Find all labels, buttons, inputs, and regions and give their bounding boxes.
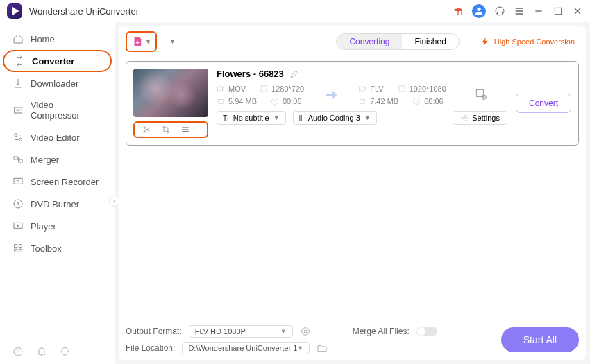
svg-point-4 xyxy=(15,134,17,137)
dst-duration: 00:06 xyxy=(424,97,444,105)
crop-icon[interactable] xyxy=(161,125,171,135)
merge-toggle[interactable] xyxy=(416,327,437,336)
svg-rect-24 xyxy=(360,87,364,91)
sidebar-item-label: Video Compressor xyxy=(31,100,102,121)
svg-rect-6 xyxy=(14,157,17,159)
sidebar-item-label: DVD Burner xyxy=(31,199,79,209)
svg-rect-25 xyxy=(399,86,405,92)
svg-rect-15 xyxy=(15,249,17,252)
tab-finished[interactable]: Finished xyxy=(402,34,458,49)
sidebar-item-label: Video Editor xyxy=(31,132,80,143)
sidebar-item-recorder[interactable]: Screen Recorder xyxy=(0,171,115,193)
close-icon[interactable] xyxy=(572,6,583,17)
file-location-select[interactable]: D:\Wondershare UniConverter 1▼ xyxy=(182,342,310,354)
format-settings-icon[interactable] xyxy=(300,326,311,337)
sidebar-item-player[interactable]: Player xyxy=(0,215,115,237)
src-size: 5.94 MB xyxy=(228,97,257,105)
thumb-tools xyxy=(133,121,208,138)
video-thumbnail[interactable] xyxy=(133,69,208,117)
tab-converting[interactable]: Converting xyxy=(337,34,402,49)
convert-button[interactable]: Convert xyxy=(516,94,571,113)
svg-point-9 xyxy=(17,180,19,182)
sidebar-item-label: Converter xyxy=(32,56,74,67)
sidebar-item-editor[interactable]: Video Editor xyxy=(0,126,115,148)
svg-point-1 xyxy=(496,7,504,15)
file-location-label: File Location: xyxy=(126,343,175,353)
sidebar-item-label: Merger xyxy=(31,155,59,165)
add-url-button[interactable]: ▼ xyxy=(164,35,180,48)
subtitle-select[interactable]: T|No subtitle▼ xyxy=(217,111,286,125)
maximize-icon[interactable] xyxy=(553,6,564,17)
svg-point-30 xyxy=(301,328,309,336)
svg-rect-8 xyxy=(14,178,22,184)
sidebar-item-label: Toolbox xyxy=(31,243,62,254)
dst-size: 7.42 MB xyxy=(370,97,398,105)
sidebar-item-converter[interactable]: Converter xyxy=(3,50,112,72)
svg-rect-14 xyxy=(19,245,22,248)
trim-icon[interactable] xyxy=(142,125,151,135)
sidebar-item-label: Screen Recorder xyxy=(31,177,99,187)
start-all-button[interactable]: Start All xyxy=(501,327,579,352)
svg-rect-22 xyxy=(261,86,267,92)
bell-icon[interactable] xyxy=(36,346,47,357)
main-panel: ▼ ▼ Converting Finished High Speed Conve… xyxy=(119,26,586,360)
avatar-icon[interactable] xyxy=(472,4,486,18)
svg-point-0 xyxy=(477,8,480,11)
src-duration: 00:06 xyxy=(283,97,302,105)
svg-point-5 xyxy=(19,138,22,141)
sidebar-item-compressor[interactable]: Video Compressor xyxy=(0,94,115,126)
dst-resolution: 1920*1080 xyxy=(410,85,446,93)
src-format: MOV xyxy=(228,85,246,93)
sidebar-footer xyxy=(12,346,71,357)
toolbar: ▼ ▼ Converting Finished High Speed Conve… xyxy=(119,26,586,57)
app-title: Wondershare UniConverter xyxy=(29,6,139,17)
output-format-select[interactable]: FLV HD 1080P▼ xyxy=(189,325,293,338)
titlebar: Wondershare UniConverter xyxy=(0,0,590,22)
rename-icon[interactable] xyxy=(289,69,299,79)
audio-select[interactable]: |||Audio Coding 3▼ xyxy=(293,111,377,125)
sync-icon[interactable] xyxy=(60,346,71,357)
svg-rect-13 xyxy=(15,245,17,248)
more-icon[interactable] xyxy=(180,125,190,135)
svg-point-19 xyxy=(144,127,145,128)
item-settings-button[interactable]: Settings xyxy=(453,111,507,125)
open-folder-icon[interactable] xyxy=(317,343,328,354)
sidebar-item-downloader[interactable]: Downloader xyxy=(0,72,115,94)
bottom-bar: Output Format: FLV HD 1080P▼ Merge All F… xyxy=(126,325,579,354)
svg-point-31 xyxy=(304,330,307,333)
dst-format: FLV xyxy=(370,85,383,93)
sidebar: Home Converter Downloader Video Compress… xyxy=(0,22,115,364)
svg-rect-21 xyxy=(218,87,223,91)
add-file-button[interactable]: ▼ xyxy=(126,31,157,52)
file-title: Flowers - 66823 xyxy=(217,69,284,79)
src-resolution: 1280*720 xyxy=(271,85,304,93)
app-logo xyxy=(7,3,22,19)
sidebar-item-merger[interactable]: Merger xyxy=(0,148,115,171)
gift-icon[interactable] xyxy=(453,6,464,17)
svg-point-20 xyxy=(144,131,145,132)
svg-rect-3 xyxy=(15,107,22,113)
sidebar-item-label: Player xyxy=(31,221,56,232)
svg-point-11 xyxy=(17,203,19,205)
sidebar-item-dvd[interactable]: DVD Burner xyxy=(0,193,115,215)
help-icon[interactable] xyxy=(12,346,24,357)
minimize-icon[interactable] xyxy=(533,6,544,17)
svg-rect-2 xyxy=(555,8,561,14)
svg-point-10 xyxy=(14,200,22,208)
sidebar-item-label: Downloader xyxy=(31,78,78,89)
sidebar-item-home[interactable]: Home xyxy=(0,28,115,50)
svg-point-29 xyxy=(464,117,466,119)
arrow-right-icon: ➔ xyxy=(325,86,337,104)
menu-icon[interactable] xyxy=(514,6,525,17)
output-settings-icon[interactable] xyxy=(474,87,488,103)
sidebar-item-label: Home xyxy=(31,34,55,44)
svg-rect-16 xyxy=(19,249,22,252)
high-speed-link[interactable]: High Speed Conversion xyxy=(480,37,579,46)
merge-label: Merge All Files: xyxy=(353,327,410,336)
sidebar-item-toolbox[interactable]: Toolbox xyxy=(0,237,115,259)
svg-rect-7 xyxy=(19,159,22,162)
output-format-label: Output Format: xyxy=(126,327,182,336)
file-item-card: Flowers - 66823 MOV 1280*720 5.94 MB 00:… xyxy=(126,61,579,146)
support-icon[interactable] xyxy=(494,6,505,17)
